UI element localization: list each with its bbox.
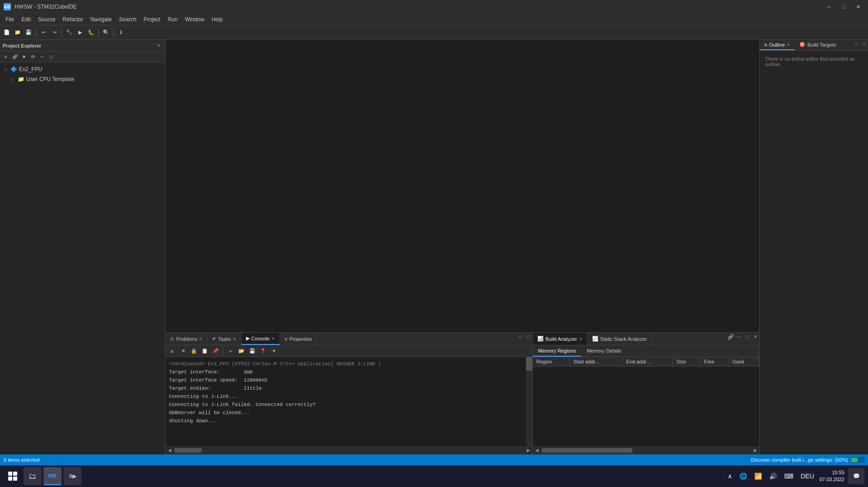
undo-btn[interactable]: ↩ bbox=[39, 28, 48, 38]
menu-help[interactable]: Help bbox=[208, 15, 227, 24]
stop-btn[interactable]: ■ bbox=[167, 346, 177, 356]
filter-btn[interactable]: ▼ bbox=[20, 53, 28, 61]
clear-btn[interactable]: ✕ bbox=[178, 346, 188, 356]
csep1 bbox=[223, 347, 223, 356]
project-explorer-close[interactable]: ✕ bbox=[155, 42, 162, 49]
taskbar-network-icon[interactable]: 🌐 bbox=[738, 471, 749, 482]
h-scroll-thumb[interactable] bbox=[174, 448, 202, 453]
console-minimize-btn[interactable]: ─ bbox=[516, 333, 524, 341]
editor-area[interactable] bbox=[165, 40, 759, 332]
scroll-lock-btn[interactable]: 🔒 bbox=[189, 346, 199, 356]
menu-navigate[interactable]: Navigate bbox=[87, 15, 115, 24]
new-btn[interactable]: 📄 bbox=[2, 28, 12, 38]
maximize-button[interactable]: □ bbox=[837, 2, 850, 12]
bottom-area: ⚠ Problems ✕ ✔ Tasks ✕ ▶ Console ✕ bbox=[165, 332, 759, 454]
analyzer-minimize-btn[interactable]: ─ bbox=[735, 333, 743, 341]
problems-tab-close[interactable]: ✕ bbox=[199, 337, 203, 341]
sep1 bbox=[36, 28, 36, 37]
tree-item-ex2fpu[interactable]: ▷ 🔷 Ex2_FPU bbox=[0, 64, 165, 74]
analyzer-h-scroll-thumb[interactable] bbox=[542, 448, 632, 453]
menu-refactor[interactable]: Refactor bbox=[59, 15, 87, 24]
taskbar-file-explorer[interactable]: 🗂 bbox=[24, 467, 42, 485]
run-btn[interactable]: ▶ bbox=[75, 28, 85, 38]
pin-btn[interactable]: 📍 bbox=[258, 346, 268, 356]
open-file-btn[interactable]: 📂 bbox=[236, 346, 246, 356]
tab-properties[interactable]: ≡ Properties bbox=[280, 333, 317, 345]
new-console-btn[interactable]: + bbox=[226, 346, 236, 356]
menu-project[interactable]: Project bbox=[140, 15, 164, 24]
menu-window[interactable]: Window bbox=[181, 15, 208, 24]
sync-btn[interactable]: ⟳ bbox=[29, 53, 37, 61]
paste-btn[interactable]: 📌 bbox=[211, 346, 221, 356]
taskbar-clock[interactable]: 15:55 07.03.2022 bbox=[820, 469, 844, 483]
tab-static-stack[interactable]: 📈 Static Stack Analyzer bbox=[588, 333, 652, 345]
tree-item-usercpu[interactable]: ▷ 📁 User CPU Template bbox=[0, 74, 165, 84]
taskbar-wifi-icon[interactable]: 📶 bbox=[752, 471, 764, 482]
analyzer-link-btn[interactable]: 🔗 bbox=[727, 333, 735, 341]
menu-run[interactable]: Run bbox=[164, 15, 181, 24]
dropdown-btn[interactable]: ▾ bbox=[269, 346, 279, 356]
static-stack-icon: 📈 bbox=[592, 336, 598, 342]
taskbar-keyboard-icon[interactable]: ⌨ bbox=[782, 471, 795, 482]
h-scroll-right[interactable]: ▶ bbox=[524, 446, 532, 454]
analyzer-h-scrollbar[interactable] bbox=[542, 448, 750, 453]
outline-maximize-btn[interactable]: □ bbox=[860, 40, 868, 48]
taskbar-language-icon[interactable]: DEU bbox=[799, 471, 816, 482]
analyzer-h-scroll-left[interactable]: ◀ bbox=[533, 446, 541, 454]
copy-output-btn[interactable]: 📋 bbox=[200, 346, 210, 356]
taskbar-notification-icon[interactable]: 💬 bbox=[848, 468, 864, 484]
tasks-icon: ✔ bbox=[212, 336, 216, 342]
minimize-button[interactable]: ─ bbox=[823, 2, 835, 12]
tab-build-targets[interactable]: 🎯 Build Targets bbox=[795, 40, 840, 50]
menu-edit[interactable]: Edit bbox=[18, 15, 34, 24]
open-btn[interactable]: 📁 bbox=[13, 28, 23, 38]
progress-bar-container bbox=[851, 457, 864, 463]
tab-problems[interactable]: ⚠ Problems ✕ bbox=[165, 333, 207, 345]
taskbar-segger[interactable]: S▶ bbox=[63, 467, 82, 485]
tree-arrow-ex2fpu: ▷ bbox=[4, 67, 8, 72]
outline-tab-close[interactable]: ✕ bbox=[786, 43, 790, 47]
collapse-all-btn[interactable]: ≡ bbox=[2, 53, 10, 61]
analyzer-maximize-btn[interactable]: □ bbox=[743, 333, 751, 341]
save-output-btn[interactable]: 💾 bbox=[247, 346, 257, 356]
minimize-view-btn[interactable]: ─ bbox=[38, 53, 46, 61]
col-size: Size bbox=[673, 357, 700, 367]
tab-console[interactable]: ▶ Console ✕ bbox=[241, 333, 280, 345]
build-btn[interactable]: 🔨 bbox=[64, 28, 74, 38]
search-toolbar-btn[interactable]: 🔍 bbox=[101, 28, 111, 38]
link-editor-btn[interactable]: 🔗 bbox=[11, 53, 19, 61]
tasks-tab-close[interactable]: ✕ bbox=[233, 337, 236, 341]
analyzer-h-scroll-right[interactable]: ▶ bbox=[751, 446, 759, 454]
svg-rect-0 bbox=[8, 472, 12, 476]
menu-source[interactable]: Source bbox=[34, 15, 59, 24]
h-scroll-left[interactable]: ◀ bbox=[165, 446, 174, 454]
console-toolbar: ■ ✕ 🔒 📋 📌 + 📂 💾 📍 ▾ bbox=[165, 345, 532, 357]
taskbar-stm32cubeide[interactable]: IDE bbox=[43, 467, 62, 485]
console-vscrollbar[interactable] bbox=[526, 357, 532, 446]
title-text: HWSW - STM32CubeIDE bbox=[14, 4, 819, 10]
tab-memory-details[interactable]: Memory Details bbox=[581, 345, 627, 357]
build-analyzer-tab-close[interactable]: ✕ bbox=[579, 337, 583, 341]
h-scrollbar[interactable] bbox=[174, 448, 523, 453]
taskbar-chevron-icon[interactable]: ∧ bbox=[726, 471, 734, 482]
console-maximize-btn[interactable]: □ bbox=[524, 333, 532, 341]
tab-outline[interactable]: ≡ Outline ✕ bbox=[760, 40, 795, 50]
menu-search[interactable]: Search bbox=[116, 15, 140, 24]
menu-file[interactable]: File bbox=[2, 15, 18, 24]
debug-btn[interactable]: 🐛 bbox=[86, 28, 96, 38]
tab-memory-regions[interactable]: Memory Regions bbox=[533, 345, 581, 357]
maximize-view-btn[interactable]: □ bbox=[47, 53, 55, 61]
outline-minimize-btn[interactable]: ─ bbox=[852, 40, 860, 48]
start-button[interactable] bbox=[4, 467, 22, 485]
console-tab-close[interactable]: ✕ bbox=[271, 336, 275, 341]
info-btn[interactable]: ℹ bbox=[116, 28, 126, 38]
analyzer-close-btn[interactable]: ✕ bbox=[751, 333, 759, 341]
console-vscroll-thumb[interactable] bbox=[526, 357, 532, 371]
taskbar-speaker-icon[interactable]: 🔊 bbox=[767, 471, 779, 482]
tab-build-analyzer[interactable]: 📊 Build Analyzer ✕ bbox=[533, 333, 588, 345]
redo-btn[interactable]: ↪ bbox=[49, 28, 59, 38]
save-btn[interactable]: 💾 bbox=[24, 28, 34, 38]
close-button[interactable]: ✕ bbox=[852, 2, 864, 12]
col-end-addr: End addr... bbox=[622, 357, 673, 367]
tab-tasks[interactable]: ✔ Tasks ✕ bbox=[207, 333, 241, 345]
